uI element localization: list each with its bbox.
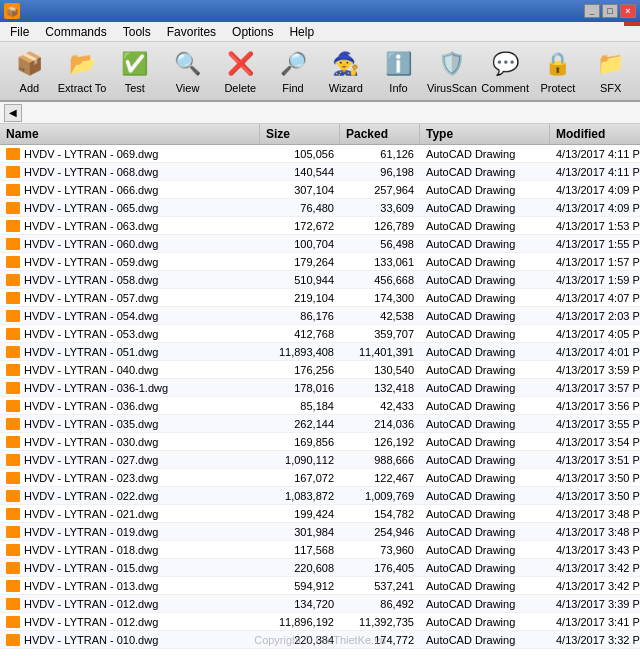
table-row[interactable]: HVDV - LYTRAN - 054.dwg86,17642,538AutoC…	[0, 307, 640, 325]
sfx-button[interactable]: 📁SFX	[585, 45, 636, 97]
file-icon	[6, 148, 20, 160]
file-size-cell: 105,056	[260, 147, 340, 161]
column-header-packed[interactable]: Packed	[340, 124, 420, 144]
file-icon	[6, 526, 20, 538]
table-row[interactable]: HVDV - LYTRAN - 012.dwg11,896,19211,392,…	[0, 613, 640, 631]
file-icon	[6, 238, 20, 250]
file-packed-cell: 176,405	[340, 561, 420, 575]
menu-item-options[interactable]: Options	[224, 23, 281, 41]
comment-button[interactable]: 💬Comment	[480, 45, 531, 97]
table-row[interactable]: HVDV - LYTRAN - 059.dwg179,264133,061Aut…	[0, 253, 640, 271]
menu-item-favorites[interactable]: Favorites	[159, 23, 224, 41]
file-type-cell: AutoCAD Drawing	[420, 309, 550, 323]
column-header-name[interactable]: Name	[0, 124, 260, 144]
menu-item-help[interactable]: Help	[281, 23, 322, 41]
file-type-cell: AutoCAD Drawing	[420, 633, 550, 647]
table-row[interactable]: HVDV - LYTRAN - 012.dwg134,72086,492Auto…	[0, 595, 640, 613]
table-row[interactable]: HVDV - LYTRAN - 053.dwg412,768359,707Aut…	[0, 325, 640, 343]
table-row[interactable]: HVDV - LYTRAN - 015.dwg220,608176,405Aut…	[0, 559, 640, 577]
protect-button[interactable]: 🔒Protect	[533, 45, 584, 97]
table-row[interactable]: HVDV - LYTRAN - 036.dwg85,18442,433AutoC…	[0, 397, 640, 415]
file-modified-cell: 4/13/2017 4:01 PM	[550, 345, 640, 359]
table-row[interactable]: HVDV - LYTRAN - 018.dwg117,56873,960Auto…	[0, 541, 640, 559]
table-row[interactable]: HVDV - LYTRAN - 027.dwg1,090,112988,666A…	[0, 451, 640, 469]
table-row[interactable]: HVDV - LYTRAN - 035.dwg262,144214,036Aut…	[0, 415, 640, 433]
delete-button[interactable]: ❌Delete	[215, 45, 266, 97]
file-packed-cell: 132,418	[340, 381, 420, 395]
table-row[interactable]: HVDV - LYTRAN - 060.dwg100,70456,498Auto…	[0, 235, 640, 253]
find-button[interactable]: 🔎Find	[268, 45, 319, 97]
menu-item-commands[interactable]: Commands	[37, 23, 114, 41]
file-size-cell: 167,072	[260, 471, 340, 485]
add-button[interactable]: 📦Add	[4, 45, 55, 97]
file-name-cell: HVDV - LYTRAN - 019.dwg	[0, 525, 260, 539]
table-row[interactable]: HVDV - LYTRAN - 023.dwg167,072122,467Aut…	[0, 469, 640, 487]
virusscan-button[interactable]: 🛡️VirusScan	[426, 45, 478, 97]
toolbar: 📦Add📂Extract To✅Test🔍View❌Delete🔎Find🧙Wi…	[0, 42, 640, 102]
info-button[interactable]: ℹ️Info	[373, 45, 424, 97]
file-type-cell: AutoCAD Drawing	[420, 273, 550, 287]
file-modified-cell: 4/13/2017 3:42 PM	[550, 561, 640, 575]
menu-item-tools[interactable]: Tools	[115, 23, 159, 41]
file-size-cell: 1,090,112	[260, 453, 340, 467]
file-modified-cell: 4/13/2017 3:39 PM	[550, 597, 640, 611]
table-row[interactable]: HVDV - LYTRAN - 040.dwg176,256130,540Aut…	[0, 361, 640, 379]
table-row[interactable]: HVDV - LYTRAN - 057.dwg219,104174,300Aut…	[0, 289, 640, 307]
extract-button[interactable]: 📂Extract To	[57, 45, 108, 97]
file-type-cell: AutoCAD Drawing	[420, 399, 550, 413]
menu-item-file[interactable]: File	[2, 23, 37, 41]
table-row[interactable]: HVDV - LYTRAN - 063.dwg172,672126,789Aut…	[0, 217, 640, 235]
file-packed-cell: 56,498	[340, 237, 420, 251]
file-size-cell: 172,672	[260, 219, 340, 233]
table-row[interactable]: HVDV - LYTRAN - 022.dwg1,083,8721,009,76…	[0, 487, 640, 505]
titlebar: 📦 _ □ ×	[0, 0, 640, 22]
file-size-cell: 85,184	[260, 399, 340, 413]
file-type-cell: AutoCAD Drawing	[420, 219, 550, 233]
file-name-cell: HVDV - LYTRAN - 012.dwg	[0, 597, 260, 611]
file-name-cell: HVDV - LYTRAN - 063.dwg	[0, 219, 260, 233]
file-type-cell: AutoCAD Drawing	[420, 561, 550, 575]
table-row[interactable]: HVDV - LYTRAN - 010.dwg220,384174,772Aut…	[0, 631, 640, 649]
view-button[interactable]: 🔍View	[162, 45, 213, 97]
close-button[interactable]: ×	[620, 4, 636, 18]
table-row[interactable]: HVDV - LYTRAN - 069.dwg105,05661,126Auto…	[0, 145, 640, 163]
titlebar-controls[interactable]: _ □ ×	[584, 4, 636, 18]
table-row[interactable]: HVDV - LYTRAN - 051.dwg11,893,40811,401,…	[0, 343, 640, 361]
file-name-cell: HVDV - LYTRAN - 068.dwg	[0, 165, 260, 179]
table-row[interactable]: HVDV - LYTRAN - 036-1.dwg178,016132,418A…	[0, 379, 640, 397]
view-icon: 🔍	[172, 48, 204, 80]
wizard-button[interactable]: 🧙Wizard	[320, 45, 371, 97]
table-row[interactable]: HVDV - LYTRAN - 065.dwg76,48033,609AutoC…	[0, 199, 640, 217]
file-icon	[6, 166, 20, 178]
minimize-button[interactable]: _	[584, 4, 600, 18]
column-header-size[interactable]: Size	[260, 124, 340, 144]
column-header-modified[interactable]: Modified	[550, 124, 640, 144]
maximize-button[interactable]: □	[602, 4, 618, 18]
file-modified-cell: 4/13/2017 4:07 PM	[550, 291, 640, 305]
table-row[interactable]: HVDV - LYTRAN - 030.dwg169,856126,192Aut…	[0, 433, 640, 451]
file-modified-cell: 4/13/2017 3:54 PM	[550, 435, 640, 449]
filelist[interactable]: NameSizePackedTypeModifiedCRC32 HVDV - L…	[0, 124, 640, 656]
extract-label: Extract To	[58, 82, 107, 94]
file-size-cell: 179,264	[260, 255, 340, 269]
file-icon	[6, 292, 20, 304]
menubar: FileCommandsToolsFavoritesOptionsHelp	[0, 22, 640, 42]
nav-back-button[interactable]: ◀	[4, 104, 22, 122]
file-packed-cell: 174,300	[340, 291, 420, 305]
table-row[interactable]: HVDV - LYTRAN - 021.dwg199,424154,782Aut…	[0, 505, 640, 523]
file-type-cell: AutoCAD Drawing	[420, 291, 550, 305]
file-type-cell: AutoCAD Drawing	[420, 507, 550, 521]
table-row[interactable]: HVDV - LYTRAN - 058.dwg510,944456,668Aut…	[0, 271, 640, 289]
column-header-type[interactable]: Type	[420, 124, 550, 144]
test-button[interactable]: ✅Test	[109, 45, 160, 97]
file-size-cell: 412,768	[260, 327, 340, 341]
file-modified-cell: 4/13/2017 3:59 PM	[550, 363, 640, 377]
file-name-cell: HVDV - LYTRAN - 012.dwg	[0, 615, 260, 629]
table-row[interactable]: HVDV - LYTRAN - 068.dwg140,54496,198Auto…	[0, 163, 640, 181]
file-modified-cell: 4/13/2017 2:03 PM	[550, 309, 640, 323]
file-size-cell: 301,984	[260, 525, 340, 539]
file-icon	[6, 400, 20, 412]
table-row[interactable]: HVDV - LYTRAN - 019.dwg301,984254,946Aut…	[0, 523, 640, 541]
table-row[interactable]: HVDV - LYTRAN - 013.dwg594,912537,241Aut…	[0, 577, 640, 595]
table-row[interactable]: HVDV - LYTRAN - 066.dwg307,104257,964Aut…	[0, 181, 640, 199]
